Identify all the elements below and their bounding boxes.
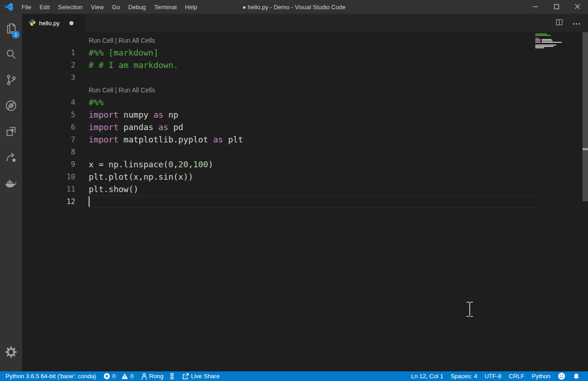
code-line-1[interactable]: 1#%% [markdown] <box>22 46 588 59</box>
code-text: x = np.linspace(0,20,100) <box>89 159 213 169</box>
menu-help[interactable]: Help <box>181 0 202 14</box>
maximize-icon <box>554 3 559 11</box>
activity-settings[interactable] <box>0 340 22 366</box>
error-icon <box>103 373 110 380</box>
status-label: Python 3.6.5 64-bit ('base': conda) <box>6 373 96 380</box>
status-problems[interactable]: 00 <box>100 371 137 381</box>
status-language-mode[interactable]: Python <box>528 371 554 381</box>
vertical-scrollbar[interactable] <box>582 32 588 201</box>
status-live-share[interactable]: Live Share <box>178 371 223 381</box>
search-icon <box>5 48 17 63</box>
line-number: 10 <box>22 172 75 181</box>
more-actions-icon <box>572 19 581 27</box>
menu-debug[interactable]: Debug <box>124 0 150 14</box>
person-icon <box>141 373 147 380</box>
code-line-4[interactable]: 4#%% <box>22 96 588 108</box>
more-actions-button[interactable] <box>572 19 581 27</box>
tab-hello-py[interactable]: hello.py <box>22 14 85 32</box>
code-line-5[interactable]: 5import numpy as np <box>22 108 588 121</box>
code-line-3[interactable]: 3 <box>22 71 588 84</box>
code-text: import pandas as pd <box>89 122 183 132</box>
code-text: #%% <box>89 97 104 107</box>
minimize-button[interactable] <box>525 0 546 14</box>
close-button[interactable] <box>567 0 588 14</box>
line-number: 7 <box>22 135 75 144</box>
status-eol[interactable]: CRLF <box>505 371 528 381</box>
smiley-icon <box>558 372 565 380</box>
code-line-12[interactable]: 12 <box>22 195 588 208</box>
code-text: # # I am markdown. <box>89 60 178 70</box>
codelens-run-cell[interactable]: Run Cell | Run All Cells <box>22 34 588 46</box>
menu-terminal[interactable]: Terminal <box>150 0 181 14</box>
activity-source-control[interactable] <box>0 68 22 94</box>
line-number: 4 <box>22 98 75 107</box>
line-number: 8 <box>22 148 75 156</box>
close-icon <box>575 3 580 11</box>
code-editor[interactable]: Run Cell | Run All Cells1#%% [markdown]2… <box>22 32 588 371</box>
line-number: 9 <box>22 160 75 169</box>
status-label: 0 <box>130 373 133 380</box>
maximize-button[interactable] <box>546 0 567 14</box>
status-live-share-user[interactable]: Rong <box>137 371 178 381</box>
minimap[interactable] <box>535 34 582 49</box>
code-lines: Run Cell | Run All Cells1#%% [markdown]2… <box>22 32 588 208</box>
activity-docker[interactable] <box>0 171 22 197</box>
status-bar-left: Python 3.6.5 64-bit ('base': conda)00Ron… <box>2 371 223 381</box>
menu-selection[interactable]: Selection <box>54 0 86 14</box>
code-line-10[interactable]: 10plt.plot(x,np.sin(x)) <box>22 171 588 183</box>
tab-dirty-indicator[interactable] <box>69 21 74 25</box>
status-label: Ln 12, Col 1 <box>411 373 443 380</box>
menu-go[interactable]: Go <box>108 0 124 14</box>
activity-bar: 1 <box>0 14 22 371</box>
gear-icon <box>5 346 17 360</box>
status-label: Rong <box>149 373 164 380</box>
activity-debug[interactable] <box>0 94 22 119</box>
status-feedback[interactable] <box>554 371 569 381</box>
code-line-6[interactable]: 6import pandas as pd <box>22 121 588 133</box>
menu-file[interactable]: File <box>17 0 35 14</box>
code-line-9[interactable]: 9x = np.linspace(0,20,100) <box>22 158 588 171</box>
code-line-7[interactable]: 7import matplotlib.pyplot as plt <box>22 133 588 146</box>
codelens-run-cell[interactable]: Run Cell | Run All Cells <box>22 84 588 96</box>
status-label: 0 <box>112 373 115 380</box>
editor-group: hello.py Run Cell | Run All Cells1#%% [m… <box>22 14 588 371</box>
code-text: import numpy as np <box>89 110 178 119</box>
menu-view[interactable]: View <box>87 0 108 14</box>
status-python-interpreter[interactable]: Python 3.6.5 64-bit ('base': conda) <box>2 371 100 381</box>
source-control-icon <box>5 74 17 88</box>
activity-live-share[interactable] <box>0 145 22 171</box>
line-number: 3 <box>22 73 75 82</box>
current-line-highlight <box>89 195 536 208</box>
status-indentation[interactable]: Spaces: 4 <box>447 371 481 381</box>
status-label: Python <box>532 373 550 380</box>
status-notifications[interactable] <box>569 371 583 381</box>
debug-icon <box>5 99 17 114</box>
python-icon <box>28 19 36 28</box>
status-cursor-position[interactable]: Ln 12, Col 1 <box>407 371 447 381</box>
status-label: CRLF <box>509 373 525 380</box>
status-encoding[interactable]: UTF-8 <box>481 371 505 381</box>
status-label: UTF-8 <box>485 373 502 380</box>
window-controls <box>525 0 588 14</box>
session-icon <box>170 373 175 380</box>
activity-explorer[interactable]: 1 <box>0 17 22 42</box>
code-text: plt.show() <box>89 184 138 194</box>
menu-edit[interactable]: Edit <box>35 0 54 14</box>
code-line-8[interactable]: 8 <box>22 146 588 158</box>
docker-icon <box>4 176 18 191</box>
line-number: 1 <box>22 48 75 57</box>
split-editor-button[interactable] <box>555 18 563 28</box>
activity-search[interactable] <box>0 42 22 68</box>
line-number: 2 <box>22 61 75 69</box>
status-bar-right: Ln 12, Col 1Spaces: 4UTF-8CRLFPython <box>407 371 583 381</box>
vscode-logo-icon <box>4 2 14 12</box>
activity-extensions[interactable] <box>0 119 22 145</box>
code-line-11[interactable]: 11plt.show() <box>22 183 588 195</box>
code-text: #%% [markdown] <box>89 48 158 57</box>
warning-icon <box>121 373 128 380</box>
tab-label: hello.py <box>39 20 60 27</box>
minimize-icon <box>533 3 538 11</box>
code-text: plt.plot(x,np.sin(x)) <box>89 172 193 182</box>
bell-icon <box>573 373 580 380</box>
code-line-2[interactable]: 2# # I am markdown. <box>22 59 588 71</box>
